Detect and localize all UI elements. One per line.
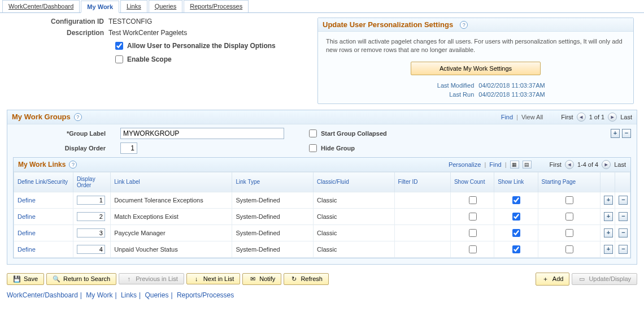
filter-id [394,241,450,257]
column-header[interactable]: Display Order [73,172,110,192]
groups-find-link[interactable]: Find [501,114,513,120]
column-header[interactable]: Filter ID [394,172,450,192]
display-order-input[interactable] [77,196,105,205]
link-label: Paycycle Manager [111,224,232,241]
bottom-nav-my-work[interactable]: My Work [86,291,112,299]
tab-my-work[interactable]: My Work [81,1,119,13]
display-order-input[interactable] [120,142,137,154]
define-link[interactable]: Define [18,230,36,236]
download-icon[interactable]: ▤ [523,161,532,169]
show-count-checkbox[interactable] [469,229,477,237]
add-row-icon[interactable]: + [604,245,613,254]
add-button[interactable]: ＋Add [536,273,570,286]
starting-page-checkbox[interactable] [565,196,573,204]
column-header[interactable]: Show Count [450,172,494,192]
enable-scope-checkbox[interactable] [115,55,123,63]
display-order-label: Display Order [13,145,109,152]
filter-id [394,192,450,208]
show-link-checkbox[interactable] [512,229,520,237]
define-link[interactable]: Define [18,246,36,253]
define-link[interactable]: Define [18,197,36,204]
tab-queries[interactable]: Queries [149,0,183,12]
show-count-checkbox[interactable] [469,213,477,221]
help-icon[interactable]: ? [74,113,82,121]
bottom-nav-links[interactable]: Links [121,291,137,299]
filter-id [394,208,450,224]
links-last: Last [614,161,626,168]
column-header[interactable] [600,172,615,192]
link-type: System-Defined [232,208,314,224]
starting-page-checkbox[interactable] [565,213,573,221]
prev-icon[interactable]: ◄ [577,113,586,122]
display-order-input[interactable] [77,212,105,221]
starting-page-checkbox[interactable] [565,245,573,253]
bottom-nav-reports[interactable]: Reports/Processes [177,291,234,299]
links-find-link[interactable]: Find [489,161,501,168]
group-label-input[interactable] [120,128,284,139]
return-to-search-button[interactable]: 🔍Return to Search [46,273,116,285]
save-button[interactable]: 💾Save [7,273,44,285]
show-count-checkbox[interactable] [469,245,477,253]
add-row-icon[interactable]: + [604,196,613,205]
classic-fluid: Classic [314,241,395,257]
column-header[interactable]: Classic/Fluid [314,172,395,192]
activate-button[interactable]: Activate My Work Settings [411,62,541,75]
table-row: DefineMatch Exceptions ExistSystem-Defin… [14,208,630,224]
zoom-icon[interactable]: ▦ [510,161,519,169]
delete-row-icon[interactable]: − [619,245,628,254]
delete-row-icon[interactable]: − [622,129,631,138]
tab-links[interactable]: Links [120,0,147,12]
next-in-list-button[interactable]: ↓Next in List [186,273,240,284]
tab-workcenter-dashboard[interactable]: WorkCenter/Dashboard [2,0,80,12]
refresh-button[interactable]: ↻Refresh [284,273,329,285]
display-order-input[interactable] [77,245,105,254]
description-value: Test WorkCenter Pagelets [108,29,187,37]
groups-view-all: View All [521,114,543,120]
column-header[interactable]: Link Label [111,172,232,192]
show-link-checkbox[interactable] [512,213,520,221]
add-row-icon[interactable]: + [604,212,613,221]
column-header[interactable] [615,172,630,192]
delete-row-icon[interactable]: − [619,228,628,237]
hide-group-checkbox[interactable] [309,144,317,152]
link-label: Unpaid Voucher Status [111,241,232,257]
add-row-icon[interactable]: + [611,129,620,138]
bottom-nav-queries[interactable]: Queries [145,291,168,299]
column-header[interactable]: Show Link [494,172,538,192]
start-collapsed-checkbox[interactable] [309,129,317,137]
help-icon[interactable]: ? [69,161,77,169]
table-row: DefinePaycycle ManagerSystem-DefinedClas… [14,224,630,241]
links-table: Define Link/SecurityDisplay OrderLink La… [14,172,630,258]
show-link-checkbox[interactable] [512,245,520,253]
groups-panel: My Work Groups ? Find | View All First ◄… [7,110,637,265]
column-header[interactable]: Define Link/Security [14,172,73,192]
notify-button[interactable]: ✉Notify [242,273,281,285]
prev-icon[interactable]: ◄ [565,160,574,169]
classic-fluid: Classic [314,208,395,224]
bottom-nav-workcenter[interactable]: WorkCenter/Dashboard [7,291,78,299]
add-icon: ＋ [542,275,550,283]
allow-personalize-checkbox[interactable] [115,42,123,50]
delete-row-icon[interactable]: − [619,196,628,205]
classic-fluid: Classic [314,224,395,241]
help-icon[interactable]: ? [460,21,468,29]
show-count-checkbox[interactable] [469,196,477,204]
column-header[interactable]: Starting Page [538,172,600,192]
show-link-checkbox[interactable] [512,196,520,204]
next-icon[interactable]: ► [608,113,617,122]
delete-row-icon[interactable]: − [619,212,628,221]
bottom-nav: WorkCenter/Dashboard| My Work| Links| Qu… [7,289,637,301]
tab-reports-processes[interactable]: Reports/Processes [184,0,249,12]
tab-strip: WorkCenter/Dashboard My Work Links Queri… [0,0,644,13]
start-collapsed-label: Start Group Collapsed [321,130,387,137]
personalize-link[interactable]: Personalize [449,161,481,168]
column-header[interactable]: Link Type [232,172,314,192]
add-row-icon[interactable]: + [604,228,613,237]
starting-page-checkbox[interactable] [565,229,573,237]
last-run-label: Last Run [406,91,474,98]
config-id-label: Configuration ID [7,18,108,25]
next-icon[interactable]: ► [602,160,611,169]
define-link[interactable]: Define [18,213,36,220]
links-first: First [550,161,562,168]
display-order-input[interactable] [77,228,105,237]
